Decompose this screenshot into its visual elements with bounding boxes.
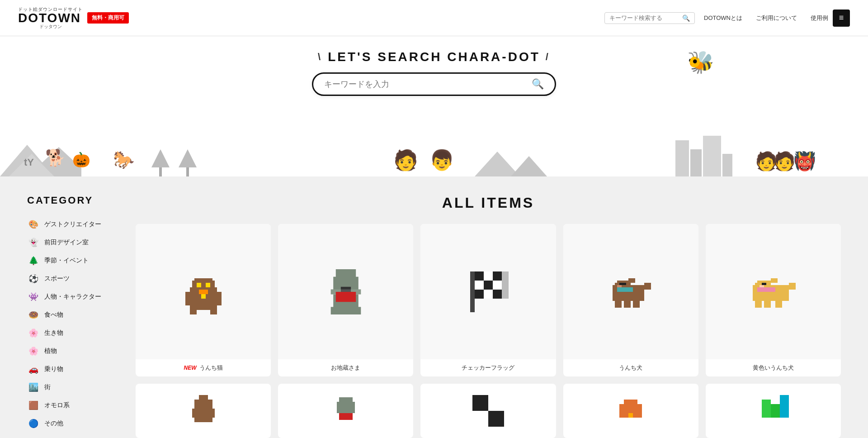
sidebar-item-vehicle[interactable]: 🚗 乗り物 xyxy=(27,360,118,378)
sidebar-item-guest-creator[interactable]: 🎨 ゲストクリエイター xyxy=(27,215,118,233)
logo-badge: 無料・商用可 xyxy=(87,12,129,24)
items-grid: NEW うんち猫 xyxy=(136,224,841,438)
sidebar-item-food[interactable]: 🍩 食べ物 xyxy=(27,306,118,324)
menu-icon-button[interactable]: ≡ xyxy=(833,10,850,27)
svg-marker-8 xyxy=(511,156,547,176)
sidebar-title: CATEGORY xyxy=(27,195,118,206)
sidebar-item-character[interactable]: 👾 人物・キャラクター xyxy=(27,288,118,306)
svg-rect-13 xyxy=(197,283,201,287)
sidebar-icon-other: 🔵 xyxy=(27,417,40,430)
item-card-unchi-inu[interactable]: うんち犬 xyxy=(563,224,698,376)
svg-rect-16 xyxy=(201,294,206,299)
item-card-partial-5[interactable] xyxy=(706,384,841,438)
sidebar-item-other[interactable]: 🔵 その他 xyxy=(27,414,118,433)
item-card-partial-1[interactable] xyxy=(136,384,271,438)
header-search-box[interactable]: 🔍 xyxy=(604,12,695,24)
item-card-ojizo[interactable]: お地蔵さま xyxy=(278,224,413,376)
pixel-art-partial-2 xyxy=(330,395,362,427)
item-card-unchi-neko[interactable]: NEW うんち猫 xyxy=(136,224,271,376)
hero-search-bar[interactable]: 🔍 xyxy=(312,72,556,96)
sidebar-item-plant[interactable]: 🌸 植物 xyxy=(27,342,118,360)
nav-about[interactable]: DOTOWNとは xyxy=(704,14,742,22)
item-card-partial-3[interactable] xyxy=(420,384,556,438)
ty-text: tY xyxy=(24,157,34,168)
sidebar-item-sports[interactable]: ⚽ スポーツ xyxy=(27,270,118,288)
svg-rect-3 xyxy=(159,165,162,176)
svg-rect-76 xyxy=(624,400,637,409)
sidebar-icon-plant: 🌸 xyxy=(27,345,40,357)
sidebar-icon-season: 🌲 xyxy=(27,254,40,267)
char-left-1: 🐕 xyxy=(45,148,66,167)
sidebar-icon-guest: 🎨 xyxy=(27,218,40,231)
mountains-left xyxy=(0,140,81,176)
sidebar-icon-maeda: 👻 xyxy=(27,236,40,249)
pixel-art-yellow-inu xyxy=(748,274,798,310)
svg-rect-69 xyxy=(337,402,355,413)
svg-rect-60 xyxy=(755,301,762,308)
sidebar-item-omoro[interactable]: 🟫 オモロ系 xyxy=(27,396,118,414)
svg-rect-50 xyxy=(624,301,631,308)
sidebar-item-creature[interactable]: 🌸 生き物 xyxy=(27,324,118,342)
item-card-partial-2[interactable] xyxy=(278,384,413,438)
svg-rect-25 xyxy=(330,307,361,314)
header-search-input[interactable] xyxy=(609,14,679,21)
hero-search-input[interactable] xyxy=(324,80,527,89)
svg-rect-49 xyxy=(615,301,622,308)
svg-rect-29 xyxy=(346,286,351,289)
sidebar-label-food: 食べ物 xyxy=(44,311,63,319)
svg-marker-6 xyxy=(179,149,197,167)
item-card-partial-4[interactable] xyxy=(563,384,698,438)
svg-rect-66 xyxy=(192,409,197,418)
svg-rect-78 xyxy=(762,400,771,418)
item-label-ojizo: お地蔵さま xyxy=(278,359,413,376)
nav-usage[interactable]: ご利用について xyxy=(756,14,797,22)
sidebar-item-season[interactable]: 🌲 季節・イベント xyxy=(27,252,118,270)
svg-rect-62 xyxy=(775,301,782,308)
hero-search-button[interactable]: 🔍 xyxy=(532,78,544,90)
item-label-unchi-neko: NEW うんち猫 xyxy=(136,359,271,376)
svg-rect-74 xyxy=(488,411,504,427)
svg-marker-0 xyxy=(0,145,54,176)
svg-rect-37 xyxy=(475,290,484,299)
item-image-unchi-inu xyxy=(563,224,698,359)
sidebar-label-character: 人物・キャラクター xyxy=(44,293,101,301)
svg-rect-65 xyxy=(199,395,208,404)
buildings-right xyxy=(675,136,732,176)
svg-rect-32 xyxy=(484,271,493,281)
svg-rect-70 xyxy=(339,413,353,420)
items-section: ALL ITEMS xyxy=(136,195,841,438)
svg-rect-47 xyxy=(619,283,622,285)
svg-rect-14 xyxy=(206,283,210,287)
hero-section: \ LET'S SEARCH CHARA-DOT / 🔍 🐝 🐕 🎃 🐎 🧑 xyxy=(0,36,868,176)
sidebar-item-maeda[interactable]: 👻 前田デザイン室 xyxy=(27,233,118,252)
svg-rect-79 xyxy=(771,404,780,418)
logo-text: ドット絵ダウンロードサイト DOTOWN ドッタウン xyxy=(18,7,83,29)
svg-rect-80 xyxy=(780,395,789,418)
sidebar-icon-character: 👾 xyxy=(27,290,40,303)
svg-rect-5 xyxy=(186,165,189,176)
svg-rect-20 xyxy=(217,292,222,305)
sidebar-label-guest: ゲストクリエイター xyxy=(44,220,101,229)
svg-rect-71 xyxy=(472,395,488,411)
svg-rect-35 xyxy=(484,281,493,290)
svg-rect-19 xyxy=(185,292,190,305)
item-card-yellow-inu[interactable]: 黄色いうんち犬 xyxy=(706,224,841,376)
sidebar-item-city[interactable]: 🏙️ 街 xyxy=(27,378,118,396)
nav-examples[interactable]: 使用例 xyxy=(811,14,828,22)
svg-rect-17 xyxy=(190,305,197,314)
svg-marker-4 xyxy=(151,149,170,167)
pixel-art-ojizo xyxy=(328,269,364,314)
tree-left xyxy=(149,149,172,176)
svg-rect-67 xyxy=(210,409,215,418)
sidebar-icon-food: 🍩 xyxy=(27,309,40,321)
svg-rect-15 xyxy=(199,290,208,294)
sidebar-label-sports: スポーツ xyxy=(44,275,70,283)
svg-rect-48 xyxy=(617,285,622,287)
item-card-checker-flag[interactable]: チェッカーフラッグ xyxy=(420,224,556,376)
header-nav: DOTOWNとは ご利用について 使用例 xyxy=(704,14,828,22)
logo-main: DOTOWN xyxy=(18,12,83,24)
char-right-1: 🧑 xyxy=(755,151,778,172)
item-image-yellow-inu xyxy=(706,224,841,359)
menu-icon: ≡ xyxy=(839,13,844,23)
svg-rect-73 xyxy=(472,411,488,427)
